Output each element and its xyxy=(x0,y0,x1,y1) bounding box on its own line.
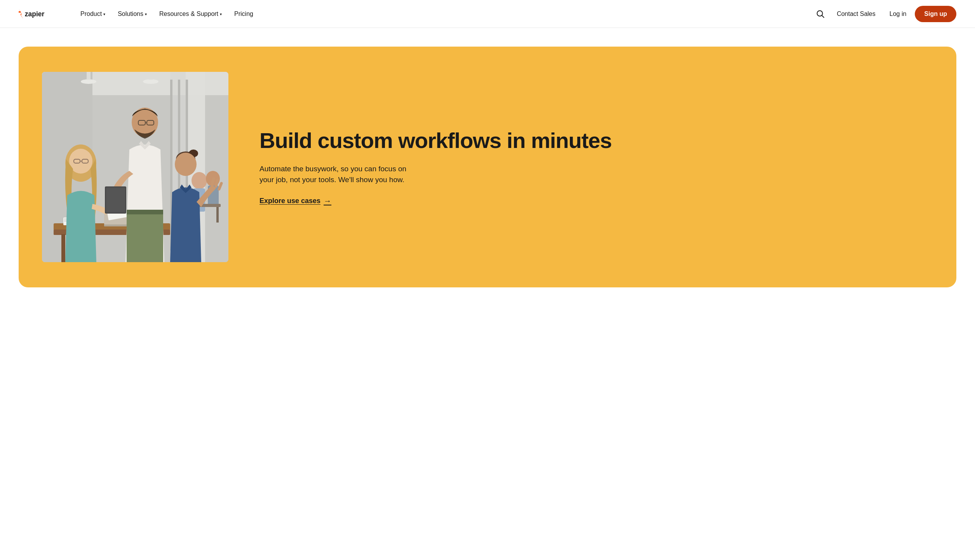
nav-links: Product ▾ Solutions ▾ Resources & Suppor… xyxy=(75,7,813,21)
nav-label-solutions: Solutions xyxy=(118,10,143,17)
hero-subtext: Automate the busywork, so you can focus … xyxy=(259,163,423,186)
hero-image xyxy=(42,72,228,262)
svg-rect-18 xyxy=(216,207,219,223)
svg-point-12 xyxy=(192,172,207,189)
search-icon xyxy=(816,10,825,18)
nav-label-product: Product xyxy=(80,10,102,17)
svg-line-50 xyxy=(216,180,218,186)
office-scene-svg xyxy=(42,72,228,262)
explore-link-label: Explore use cases xyxy=(259,197,320,205)
main-content: Build custom workflows in minutes Automa… xyxy=(0,28,975,311)
hero-card: Build custom workflows in minutes Automa… xyxy=(19,47,956,287)
chevron-down-icon: ▾ xyxy=(145,12,147,16)
svg-point-48 xyxy=(175,153,197,176)
svg-rect-54 xyxy=(87,72,91,80)
svg-point-52 xyxy=(81,79,96,84)
hero-headline: Build custom workflows in minutes xyxy=(259,129,925,153)
explore-use-cases-link[interactable]: Explore use cases → xyxy=(259,197,331,205)
svg-point-53 xyxy=(143,79,158,84)
svg-rect-21 xyxy=(61,234,65,262)
nav-item-product[interactable]: Product ▾ xyxy=(75,7,111,21)
nav-right: Contact Sales Log in Sign up xyxy=(813,6,956,22)
nav-item-pricing[interactable]: Pricing xyxy=(229,7,259,21)
signup-button[interactable]: Sign up xyxy=(915,6,956,22)
hero-text-block: Build custom workflows in minutes Automa… xyxy=(259,129,925,205)
arrow-right-icon: → xyxy=(324,197,331,205)
nav-label-pricing: Pricing xyxy=(234,10,253,17)
contact-sales-link[interactable]: Contact Sales xyxy=(831,7,881,21)
main-nav: zapier Product ▾ Solutions ▾ Resources &… xyxy=(0,0,975,28)
svg-rect-42 xyxy=(127,210,163,262)
chevron-down-icon: ▾ xyxy=(103,12,105,16)
search-button[interactable] xyxy=(813,6,828,22)
zapier-logo[interactable]: zapier xyxy=(19,9,59,19)
chevron-down-icon: ▾ xyxy=(220,12,222,16)
nav-item-solutions[interactable]: Solutions ▾ xyxy=(112,7,152,21)
svg-text:zapier: zapier xyxy=(25,10,45,18)
svg-rect-43 xyxy=(127,210,163,214)
login-link[interactable]: Log in xyxy=(884,7,912,21)
svg-rect-45 xyxy=(106,188,125,212)
svg-line-3 xyxy=(822,15,824,17)
svg-rect-55 xyxy=(149,72,153,80)
svg-line-49 xyxy=(212,179,214,184)
nav-label-resources: Resources & Support xyxy=(159,10,218,17)
nav-item-resources[interactable]: Resources & Support ▾ xyxy=(154,7,227,21)
